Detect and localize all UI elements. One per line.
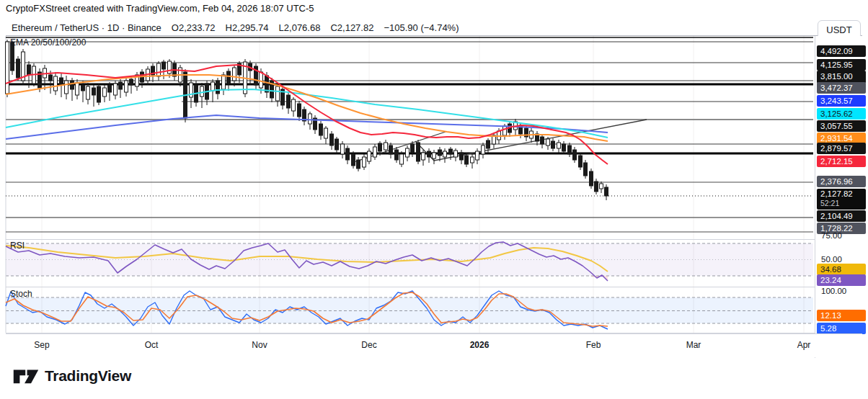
price-axis-label: 12.13 bbox=[817, 310, 866, 321]
ohlc-low: L2,076.68 bbox=[279, 22, 321, 33]
current-price-value: 2,127.82 bbox=[820, 189, 866, 199]
time-axis-label: Nov bbox=[252, 340, 267, 350]
price-axis-label: 3,125.62 bbox=[817, 108, 866, 120]
time-axis-label: Sep bbox=[34, 340, 49, 350]
axis-tick-label: 100.00 bbox=[821, 286, 846, 296]
rsi-legend[interactable]: RSI bbox=[10, 241, 25, 251]
price-axis-label: 4,125.95 bbox=[817, 59, 866, 71]
chart-page: CryptoFXStreet created with TradingView.… bbox=[0, 0, 868, 399]
tradingview-logo-text: TradingView bbox=[45, 367, 131, 385]
ema-legend[interactable]: EMA 20/50/100/200 bbox=[10, 37, 86, 48]
price-axis-label: 3,815.00 bbox=[817, 71, 866, 82]
stoch-legend[interactable]: Stoch bbox=[10, 289, 32, 299]
time-axis-label: Dec bbox=[361, 340, 376, 350]
tradingview-logo[interactable]: TradingView bbox=[13, 366, 131, 386]
price-axis-label: 2,104.49 bbox=[817, 210, 866, 222]
symbol-title[interactable]: Ethereum / TetherUS · 1D · Binance bbox=[12, 22, 161, 33]
price-axis-label: 5.28 bbox=[817, 323, 866, 334]
bar-countdown: 52:21 bbox=[820, 199, 866, 208]
time-axis-label: Feb bbox=[586, 340, 601, 350]
time-axis[interactable]: SepOctNovDec2026FebMarApr bbox=[6, 333, 862, 357]
ohlc-open: O2,233.72 bbox=[172, 22, 216, 33]
time-axis-label: 2026 bbox=[470, 340, 490, 350]
price-axis-label: 3,243.57 bbox=[817, 95, 866, 107]
current-price-label: 2,127.82 52:21 bbox=[817, 189, 866, 210]
chart-titlebar: Ethereum / TetherUS · 1D · Binance O2,23… bbox=[6, 20, 862, 36]
change-value: −105.90 (−4.74%) bbox=[384, 22, 459, 33]
price-axis-label: 34.68 bbox=[817, 264, 866, 275]
ohlc-close: C2,127.82 bbox=[330, 22, 373, 33]
axis-tick-label: 50.00 bbox=[821, 254, 842, 264]
time-axis-label: Oct bbox=[145, 340, 159, 350]
price-axis-label: 4,492.09 bbox=[817, 45, 866, 57]
time-axis-label: Apr bbox=[797, 340, 811, 350]
price-axis-label: 2,712.15 bbox=[817, 156, 866, 167]
time-axis-label: Mar bbox=[686, 340, 701, 350]
price-axis[interactable]: 2,127.82 52:21 4,492.094,125.953,815.003… bbox=[815, 36, 868, 358]
axis-tick-label: 75.00 bbox=[821, 230, 842, 241]
price-axis-label: 2,879.57 bbox=[817, 143, 866, 154]
price-axis-label: 23.24 bbox=[817, 274, 866, 286]
tradingview-logo-icon bbox=[13, 366, 39, 386]
ohlc-high: H2,295.74 bbox=[226, 22, 269, 33]
price-axis-label: 2,376.96 bbox=[817, 176, 866, 187]
price-axis-label: 3,472.37 bbox=[817, 82, 866, 94]
price-axis-label: 3,057.55 bbox=[817, 120, 866, 132]
